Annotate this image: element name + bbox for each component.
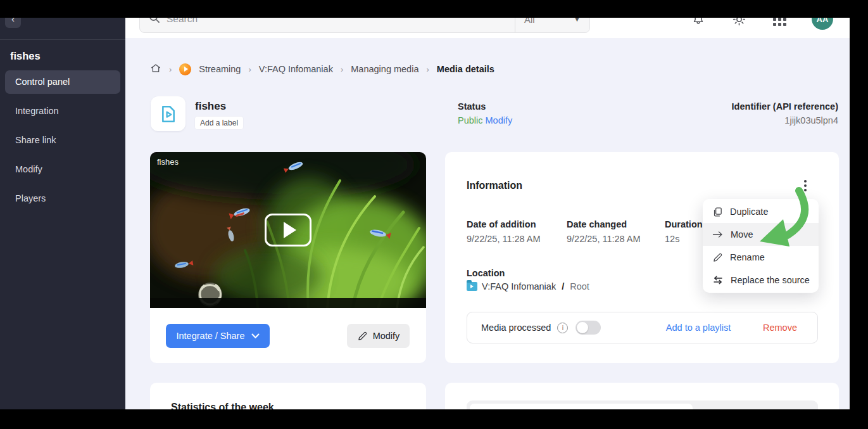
- main-content: › Streaming › V:FAQ Infomaniak › Managin…: [125, 38, 850, 429]
- crop-bar-right: [850, 0, 868, 429]
- video-thumbnail[interactable]: fishes: [150, 152, 426, 308]
- location-path: Root: [570, 281, 589, 291]
- identifier-label: Identifier (API reference): [732, 101, 838, 112]
- pencil-icon: [712, 252, 723, 263]
- breadcrumb-separator: ›: [248, 65, 251, 74]
- breadcrumb-managing-media[interactable]: Managing media: [351, 64, 418, 74]
- breadcrumb-channel[interactable]: V:FAQ Infomaniak: [259, 64, 333, 74]
- play-button[interactable]: [265, 214, 311, 247]
- menu-item-label: Rename: [730, 252, 765, 262]
- media-processed-label: Media processed: [481, 323, 551, 333]
- modify-label: Modify: [373, 331, 400, 341]
- sidebar-title: fishes: [10, 50, 41, 62]
- sidebar-item-modify[interactable]: Modify: [5, 158, 120, 181]
- modify-button[interactable]: Modify: [347, 324, 410, 348]
- breadcrumb-separator: ›: [341, 65, 343, 74]
- integrate-share-label: Integrate / Share: [176, 331, 244, 341]
- breadcrumb-streaming[interactable]: Streaming: [199, 64, 241, 74]
- menu-item-duplicate[interactable]: Duplicate: [703, 200, 819, 223]
- integrate-share-button[interactable]: Integrate / Share: [166, 324, 270, 348]
- sidebar-nav: Control panel Integration Share link Mod…: [5, 70, 120, 216]
- location-row: V:FAQ Infomaniak / Root: [467, 281, 589, 291]
- breadcrumb-separator: ›: [169, 65, 172, 74]
- media-processed-box: Media processed i Add to a playlist Remo…: [467, 312, 818, 343]
- menu-item-label: Move: [731, 229, 753, 240]
- media-file-tile: [151, 96, 186, 131]
- sidebar-item-integration[interactable]: Integration: [5, 99, 120, 123]
- remove-link[interactable]: Remove: [763, 323, 797, 333]
- identifier-value: 1jijk03u5lpn4: [732, 115, 838, 125]
- breadcrumb-media-details: Media details: [437, 64, 494, 74]
- swap-arrows-icon: [712, 275, 724, 285]
- play-icon: [284, 222, 296, 238]
- location-label: Location: [467, 268, 505, 278]
- location-separator: /: [562, 281, 564, 291]
- breadcrumb-separator: ›: [426, 65, 429, 74]
- field-label: Date changed: [567, 219, 641, 229]
- sidebar-item-control-panel[interactable]: Control panel: [5, 70, 120, 94]
- streaming-product-icon: [179, 63, 191, 75]
- status-block: Status Public Modify: [458, 101, 512, 125]
- home-icon[interactable]: [150, 63, 161, 76]
- field-date-changed: Date changed 9/22/25, 11:28 AM: [567, 219, 641, 244]
- add-label-button[interactable]: Add a label: [195, 117, 243, 129]
- location-folder-link[interactable]: V:FAQ Infomaniak: [482, 281, 556, 291]
- field-label: Duration: [665, 219, 703, 229]
- pencil-icon: [357, 331, 368, 342]
- status-label: Status: [458, 101, 512, 112]
- context-menu: Duplicate Move Rename Replace the source: [703, 199, 819, 293]
- media-title: fishes: [195, 100, 226, 113]
- menu-item-label: Replace the source: [731, 275, 810, 285]
- menu-item-move[interactable]: Move: [703, 223, 819, 246]
- video-file-icon: [158, 104, 179, 124]
- kebab-menu-button[interactable]: [798, 179, 812, 193]
- folder-video-icon: [467, 282, 477, 291]
- status-modify-link[interactable]: Modify: [486, 115, 513, 125]
- add-to-playlist-link[interactable]: Add to a playlist: [645, 323, 752, 333]
- field-label: Date of addition: [467, 219, 541, 229]
- menu-item-rename[interactable]: Rename: [703, 246, 819, 269]
- video-card: fishes Integrate / Share Modify: [150, 152, 426, 363]
- field-value: 12s: [665, 234, 703, 244]
- sidebar-divider: [0, 39, 125, 40]
- chevron-down-icon: [251, 333, 260, 339]
- sidebar: ‹ fishes Control panel Integration Share…: [0, 0, 125, 429]
- field-value: 9/22/25, 11:28 AM: [567, 234, 641, 244]
- information-title: Information: [467, 180, 522, 191]
- crop-bar-bottom: [0, 409, 868, 429]
- toggle-knob: [577, 322, 588, 333]
- media-processed-toggle[interactable]: [576, 321, 601, 335]
- info-icon[interactable]: i: [557, 323, 568, 333]
- identifier-block: Identifier (API reference) 1jijk03u5lpn4: [732, 101, 838, 125]
- sidebar-item-players[interactable]: Players: [5, 187, 120, 210]
- sidebar-item-share-link[interactable]: Share link: [5, 129, 120, 152]
- arrow-right-icon: [712, 230, 724, 239]
- breadcrumb: › Streaming › V:FAQ Infomaniak › Managin…: [150, 61, 494, 77]
- menu-item-label: Duplicate: [730, 207, 768, 217]
- status-value: Public: [458, 115, 483, 125]
- field-date-of-addition: Date of addition 9/22/25, 11:28 AM: [467, 219, 541, 244]
- duplicate-icon: [712, 207, 723, 217]
- app-window: ‹ fishes Control panel Integration Share…: [0, 0, 868, 429]
- field-duration: Duration 12s: [665, 219, 703, 244]
- crop-bar-top: [0, 0, 868, 18]
- video-actions: Integrate / Share Modify: [150, 308, 426, 363]
- field-value: 9/22/25, 11:28 AM: [467, 234, 541, 244]
- video-overlay-title: fishes: [157, 157, 179, 167]
- menu-item-replace-source[interactable]: Replace the source: [703, 269, 819, 291]
